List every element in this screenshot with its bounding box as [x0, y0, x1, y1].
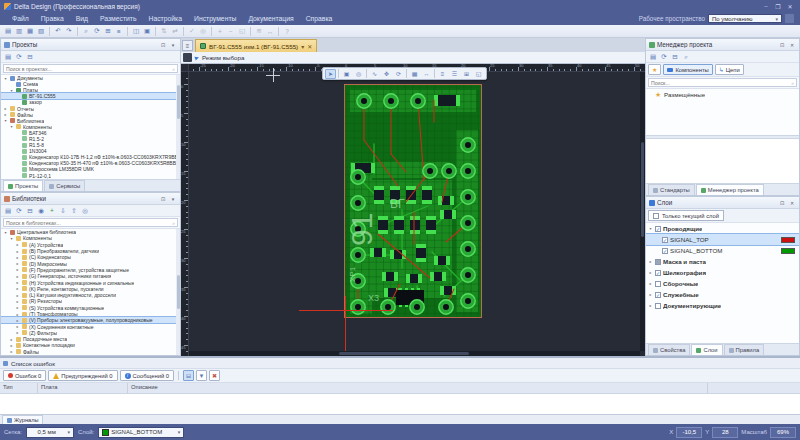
- route-trace-icon[interactable]: ∿: [369, 69, 380, 79]
- journal-tab[interactable]: Журналы: [2, 415, 43, 424]
- dimension-icon[interactable]: ↔: [421, 69, 432, 79]
- new-document-icon[interactable]: ▤: [3, 26, 13, 36]
- export-icon[interactable]: ⇧: [69, 206, 79, 216]
- new-project-icon[interactable]: ▤: [3, 52, 13, 62]
- refresh-icon[interactable]: ⟳: [14, 206, 24, 216]
- close-button[interactable]: ✕: [784, 1, 796, 11]
- group-by-icon[interactable]: ⊟: [183, 370, 194, 381]
- copper-pour-icon[interactable]: ▦: [409, 69, 420, 79]
- expander-icon[interactable]: ▸: [15, 305, 20, 310]
- layer-checkbox[interactable]: ✓: [655, 270, 661, 276]
- rotate-icon[interactable]: ⟳: [393, 69, 404, 79]
- redo-icon[interactable]: ↷: [64, 26, 74, 36]
- expander-icon[interactable]: ▸: [3, 106, 8, 111]
- tree-item[interactable]: ▸✓Шелкография: [646, 267, 799, 278]
- layers-icon[interactable]: ≡: [114, 26, 124, 36]
- minimize-button[interactable]: –: [760, 1, 772, 11]
- tab-Сервисы[interactable]: Сервисы: [44, 180, 85, 191]
- projects-search-input[interactable]: [3, 64, 178, 73]
- collapse-all-icon[interactable]: ⊟: [25, 206, 35, 216]
- mode-menu-icon[interactable]: [183, 53, 192, 62]
- canvas-vertical-scrollbar[interactable]: [640, 72, 645, 351]
- menu-item-Настройка[interactable]: Настройка: [143, 14, 188, 23]
- menu-item-Правка[interactable]: Правка: [35, 14, 70, 23]
- expander-icon[interactable]: ▸: [9, 343, 14, 348]
- settings-icon[interactable]: ◎: [80, 206, 90, 216]
- menu-item-Документация[interactable]: Документация: [242, 14, 299, 23]
- panel-menu-icon[interactable]: ▾: [169, 195, 177, 203]
- new-icon[interactable]: ▤: [648, 52, 658, 62]
- search-icon[interactable]: ⌕: [681, 52, 691, 62]
- close-icon[interactable]: ✕: [788, 41, 796, 49]
- search-icon[interactable]: ⌕: [81, 26, 91, 36]
- grid-icon[interactable]: ⊞: [103, 26, 113, 36]
- favorites-filter-button[interactable]: ★: [648, 64, 661, 75]
- expander-icon[interactable]: ▸: [15, 261, 20, 266]
- tree-item[interactable]: ▾✓Проводящие: [646, 223, 799, 234]
- tree-item[interactable]: ✓SIGNAL_TOP: [646, 234, 799, 245]
- settings-icon[interactable]: ◎: [198, 26, 208, 36]
- error-filter-button[interactable]: Ошибок 0: [3, 370, 46, 381]
- nets-filter-button[interactable]: ↳ Цепи: [715, 64, 744, 75]
- import-icon[interactable]: ⇩: [58, 206, 68, 216]
- tab-Свойства[interactable]: Свойства: [648, 344, 690, 355]
- expander-icon[interactable]: ▾: [648, 226, 653, 231]
- expander-icon[interactable]: ▾: [3, 118, 8, 123]
- menu-item-Разместить[interactable]: Разместить: [94, 14, 143, 23]
- expander-icon[interactable]: ▾: [9, 124, 14, 129]
- measure-icon[interactable]: ↔: [265, 26, 275, 36]
- expander-icon[interactable]: ▸: [15, 299, 20, 304]
- expander-icon[interactable]: ▸: [648, 270, 653, 275]
- tab-Менеджер проекта[interactable]: Менеджер проекта: [696, 184, 764, 195]
- grid-toggle-icon[interactable]: ⊞: [461, 69, 472, 79]
- expander-icon[interactable]: ▸: [9, 337, 14, 342]
- pin-icon[interactable]: ⊡: [159, 195, 167, 203]
- layer-checkbox[interactable]: ✓: [662, 237, 668, 243]
- panel-menu-icon[interactable]: ▾: [169, 41, 177, 49]
- expander-icon[interactable]: ▸: [15, 286, 20, 291]
- layer-checkbox[interactable]: ✓: [655, 292, 661, 298]
- save-all-icon[interactable]: ▧: [36, 26, 46, 36]
- properties-icon[interactable]: ☰: [449, 69, 460, 79]
- pin-icon[interactable]: ⊡: [778, 199, 786, 207]
- grid-select[interactable]: 0,5 мм ▾: [26, 427, 74, 438]
- maximize-button[interactable]: ❐: [772, 1, 784, 11]
- layer-checkbox[interactable]: [655, 303, 661, 309]
- user-icon[interactable]: ◉: [36, 206, 46, 216]
- refresh-icon[interactable]: ⟳: [659, 52, 669, 62]
- info-filter-button[interactable]: iСообщений 0: [120, 370, 174, 381]
- move-icon[interactable]: ✥: [381, 69, 392, 79]
- expander-icon[interactable]: ▸: [3, 112, 8, 117]
- refresh-icon[interactable]: ⟳: [92, 26, 102, 36]
- tab-Правила[interactable]: Правила: [724, 344, 765, 355]
- layer-checkbox[interactable]: [655, 259, 661, 265]
- workspace-settings-icon[interactable]: [785, 14, 794, 23]
- close-tab-icon[interactable]: ✕: [307, 43, 312, 50]
- align-icon[interactable]: ≋: [254, 26, 264, 36]
- tab-list-icon[interactable]: ≡: [182, 40, 193, 51]
- expander-icon[interactable]: ▾: [3, 76, 8, 81]
- help-icon[interactable]: ?: [282, 26, 292, 36]
- tab-Проекты[interactable]: Проекты: [3, 180, 43, 191]
- column-header-Тип[interactable]: Тип: [0, 383, 38, 393]
- undo-icon[interactable]: ↶: [53, 26, 63, 36]
- tree-item[interactable]: ✓SIGNAL_BOTTOM: [646, 245, 799, 256]
- update-board-icon[interactable]: ⇅: [159, 26, 169, 36]
- menu-item-Инструменты[interactable]: Инструменты: [188, 14, 242, 23]
- workspace-select[interactable]: По умолчанию ▾: [708, 14, 782, 23]
- expander-icon[interactable]: ▸: [15, 267, 20, 272]
- column-header-Описание[interactable]: Описание: [128, 383, 708, 393]
- sync-icon[interactable]: ⇄: [170, 26, 180, 36]
- zoom-out-icon[interactable]: −: [226, 26, 236, 36]
- manager-search-input[interactable]: [648, 78, 797, 87]
- zoom-in-icon[interactable]: +: [215, 26, 225, 36]
- collapse-all-icon[interactable]: ⊟: [25, 52, 35, 62]
- warning-filter-button[interactable]: Предупреждений 0: [48, 370, 117, 381]
- chevron-down-icon[interactable]: ▾: [301, 43, 304, 50]
- components-filter-button[interactable]: Компоненты: [663, 64, 712, 75]
- pcb-canvas[interactable]: -25-20-15-10-505101520253035404550 05101…: [181, 64, 645, 356]
- tree-item[interactable]: ▸Документирующие: [646, 300, 799, 311]
- schematic-editor-icon[interactable]: ◫: [131, 26, 141, 36]
- scrollbar[interactable]: [176, 229, 180, 355]
- expander-icon[interactable]: ▸: [648, 281, 653, 286]
